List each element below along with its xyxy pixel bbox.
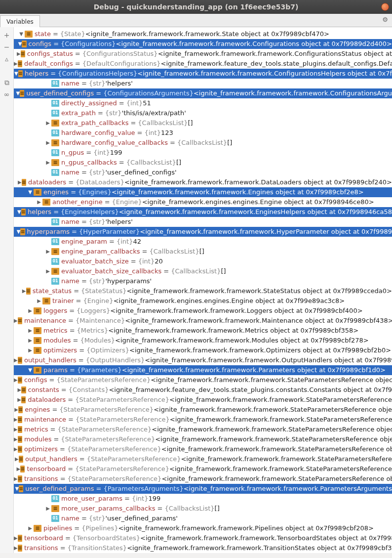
expand-icon[interactable]: [17, 395, 21, 405]
tree-row[interactable]: extra_path_callbacks = {CallbacksList} […: [14, 118, 392, 128]
tree-row[interactable]: 01n_gpus = {int} 199: [14, 148, 392, 158]
tree-row[interactable]: maintenance = {StateParametersReference}…: [14, 415, 392, 425]
collapse-icon[interactable]: [27, 365, 34, 375]
expand-icon[interactable]: [16, 464, 20, 474]
expand-icon[interactable]: [14, 533, 18, 543]
tree-row[interactable]: default_configs = {DefaultConfigurations…: [14, 59, 392, 69]
collapse-icon[interactable]: [15, 484, 19, 494]
tree-row[interactable]: output_handlers = {OutputHandlers} <igni…: [14, 355, 392, 365]
expand-icon[interactable]: [44, 504, 51, 514]
tree-row[interactable]: metrics = {StateParametersReference} <ig…: [14, 425, 392, 434]
expand-icon[interactable]: [44, 158, 51, 168]
tree-row[interactable]: optimizers = {Optimizers} <ignite_framew…: [14, 345, 392, 355]
tree-row[interactable]: transitions = {TransitionStates} <ignite…: [14, 543, 392, 553]
collapse-icon[interactable]: [27, 187, 34, 197]
expand-icon[interactable]: [44, 118, 51, 128]
expand-icon[interactable]: [14, 405, 18, 415]
tree-row[interactable]: constants = {Constants} <ignite_framewor…: [14, 385, 392, 395]
expand-icon[interactable]: [14, 425, 18, 434]
expand-icon[interactable]: [14, 375, 18, 385]
gutter-button-5[interactable]: ∞: [0, 88, 13, 100]
gutter-button-1[interactable]: −: [0, 41, 13, 53]
expand-icon[interactable]: [14, 444, 18, 454]
expand-icon[interactable]: [36, 296, 42, 306]
tree-row[interactable]: trainer = {Engine} <ignite_framework.eng…: [14, 296, 392, 306]
tree-row[interactable]: another_engine = {Engine} <ignite_framew…: [14, 197, 392, 207]
expand-icon[interactable]: [15, 454, 19, 464]
collapse-icon[interactable]: [16, 88, 20, 98]
expand-icon[interactable]: [18, 385, 22, 395]
tree-row[interactable]: state = {State} <ignite_framework.framew…: [14, 29, 392, 39]
tree-row[interactable]: engines = {StateParametersReference} <ig…: [14, 405, 392, 415]
tree-row[interactable]: transitions = {StateParametersReference}…: [14, 474, 392, 484]
tree-row[interactable]: tensorboard = {TensorboardStates} <ignit…: [14, 533, 392, 543]
expand-icon[interactable]: [14, 434, 18, 444]
tree-row[interactable]: dataloaders = {DataLoaders} <ignite_fram…: [14, 177, 392, 187]
tree-row[interactable]: hyperparams = {HyperParameter} <ignite_f…: [14, 227, 392, 237]
tree-row[interactable]: n_gpus_callbacks = {CallbacksList} []: [14, 158, 392, 168]
tree-row[interactable]: 01engine_param = {int} 42: [14, 237, 392, 247]
tree-row[interactable]: optimizers = {StateParametersReference} …: [14, 444, 392, 454]
tree-row[interactable]: more_user_params_callbacks = {CallbacksL…: [14, 504, 392, 514]
tree-row[interactable]: user_defined_configs = {ConfigurationsAr…: [14, 88, 392, 98]
close-icon[interactable]: [381, 3, 389, 11]
tree-row[interactable]: 01directly_assigned = {int} 51: [14, 98, 392, 108]
tree-row[interactable]: 01evaluator_batch_size = {int} 20: [14, 257, 392, 266]
expand-icon[interactable]: [18, 177, 22, 187]
expand-icon[interactable]: [27, 523, 34, 533]
expand-icon[interactable]: [36, 197, 42, 207]
expand-icon[interactable]: [27, 345, 34, 355]
tree-row[interactable]: maintenance = {Maintenance} <ignite_fram…: [14, 316, 392, 326]
expand-icon[interactable]: [14, 355, 18, 365]
expand-icon[interactable]: [44, 247, 51, 257]
collapse-icon[interactable]: [17, 227, 21, 237]
tree-row[interactable]: 01name = {str} 'user_defined_params': [14, 514, 392, 523]
gutter-button-2[interactable]: ▵: [0, 53, 13, 65]
tree-row[interactable]: user_defined_params = {ParametersArgumen…: [14, 484, 392, 494]
gear-icon[interactable]: ⚙: [382, 16, 388, 23]
expand-icon[interactable]: [27, 326, 34, 336]
variables-tree[interactable]: state = {State} <ignite_framework.framew…: [14, 27, 392, 553]
tree-row[interactable]: dataloaders = {StateParametersReference}…: [14, 395, 392, 405]
expand-icon[interactable]: [14, 415, 18, 425]
expand-icon[interactable]: [44, 138, 51, 148]
tree-row[interactable]: 01more_user_params = {int} 199: [14, 494, 392, 504]
expand-icon[interactable]: [14, 316, 18, 326]
tree-row[interactable]: state_status = {StateStatus} <ignite_fra…: [14, 286, 392, 296]
tree-row[interactable]: configs = {Configurations} <ignite_frame…: [14, 39, 392, 49]
expand-icon[interactable]: [44, 266, 51, 276]
tree-row[interactable]: 01name = {str} 'helpers': [14, 79, 392, 88]
expand-icon[interactable]: [17, 49, 21, 59]
tree-row[interactable]: 01name = {str} 'hyperparams': [14, 276, 392, 286]
tree-row[interactable]: tensorboard = {StateParametersReference}…: [14, 464, 392, 474]
expand-icon[interactable]: [22, 286, 26, 296]
tree-row[interactable]: helpers = {EnginesHelpers} <ignite_frame…: [14, 207, 392, 217]
tree-row[interactable]: 01name = {str} 'user_defined_configs': [14, 168, 392, 177]
tree-row[interactable]: 01extra_path = {str} 'this/is/a/extra/pa…: [14, 108, 392, 118]
tree-row[interactable]: evaluator_batch_size_callbacks = {Callba…: [14, 266, 392, 276]
tree-row[interactable]: hardware_config_value_callbacks = {Callb…: [14, 138, 392, 148]
expand-icon[interactable]: [14, 59, 18, 69]
tree-row[interactable]: engine_param_callbacks = {CallbacksList}…: [14, 247, 392, 257]
tree-row[interactable]: 01hardware_config_value = {int} 123: [14, 128, 392, 138]
tree-row[interactable]: output_handlers = {StateParametersRefere…: [14, 454, 392, 464]
expand-icon[interactable]: [14, 543, 18, 553]
tree-row[interactable]: pipelines = {Pipelines} <ignite_framewor…: [14, 523, 392, 533]
expand-icon[interactable]: [14, 474, 18, 484]
tab-variables[interactable]: Variables: [0, 15, 40, 27]
tree-row[interactable]: metrics = {Metrics} <ignite_framework.fr…: [14, 326, 392, 336]
tree-row[interactable]: loggers = {Loggers} <ignite_framework.fr…: [14, 306, 392, 316]
gutter-button-0[interactable]: +: [0, 29, 13, 41]
collapse-icon[interactable]: [18, 29, 25, 39]
collapse-icon[interactable]: [17, 207, 21, 217]
collapse-icon[interactable]: [14, 69, 18, 79]
tree-row[interactable]: engines = {Engines} <ignite_framework.fr…: [14, 187, 392, 197]
tree-row[interactable]: helpers = {ConfigurationsHelpers} <ignit…: [14, 69, 392, 79]
tree-row[interactable]: modules = {StateParametersReference} <ig…: [14, 434, 392, 444]
collapse-icon[interactable]: [18, 39, 22, 49]
expand-icon[interactable]: [27, 336, 34, 345]
tree-row[interactable]: modules = {Modules} <ignite_framework.fr…: [14, 336, 392, 345]
tree-row[interactable]: configs_status = {ConfigurationsStatus} …: [14, 49, 392, 59]
tree-row[interactable]: configs = {StateParametersReference} <ig…: [14, 375, 392, 385]
tree-row[interactable]: params = {Parameters} <ignite_framework.…: [14, 365, 392, 375]
